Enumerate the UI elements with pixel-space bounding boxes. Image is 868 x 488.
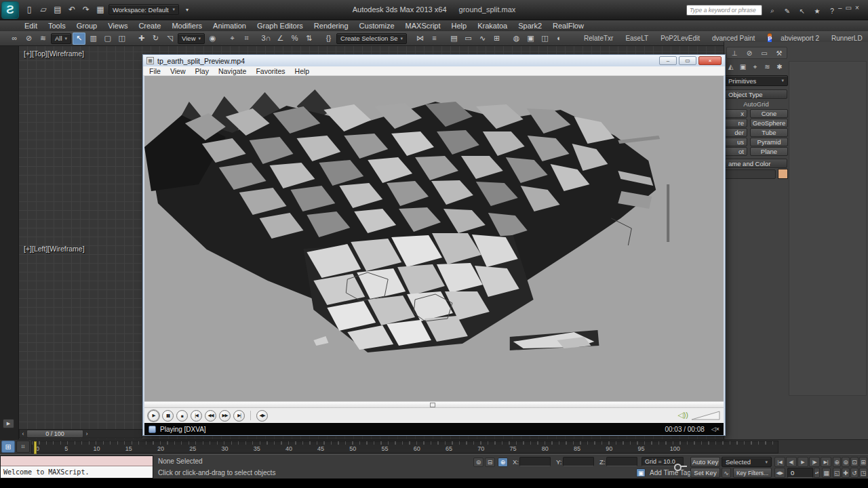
zoom-all-icon[interactable]: ⊚ (842, 457, 850, 467)
percent-snap-icon[interactable]: % (288, 33, 301, 45)
time-tag-icon[interactable]: ▣ (636, 468, 646, 477)
zoom-region-icon[interactable]: ◱ (833, 468, 841, 478)
menu-item-11[interactable]: Help (446, 22, 473, 30)
select-and-link-icon[interactable]: ∞ (8, 33, 21, 45)
menu-item-3[interactable]: Views (102, 22, 133, 30)
track-key-filter-button[interactable]: ⌗ (16, 441, 30, 453)
zoom-extents-icon[interactable]: ⊡ (850, 457, 859, 467)
pan-icon[interactable]: ✚ (842, 468, 850, 478)
current-time-marker[interactable] (34, 441, 37, 454)
reference-coordinate-dropdown[interactable]: View ▾ (178, 33, 205, 44)
name-color-rollout[interactable]: ame and Color (725, 159, 787, 168)
volume-slider[interactable] (691, 411, 721, 420)
unlink-selection-icon[interactable]: ⊘ (22, 33, 35, 45)
time-slider-prev-icon[interactable]: ‹ (20, 430, 26, 438)
object-color-swatch[interactable] (778, 169, 788, 179)
named-selection-set-dropdown[interactable]: Create Selection Se ▾ (336, 33, 407, 44)
communication-icon[interactable]: ✎ (781, 5, 793, 17)
stop-button[interactable]: ■ (176, 410, 188, 422)
object-name-field[interactable] (724, 169, 776, 179)
z-coord-field[interactable] (606, 457, 637, 466)
save-file-icon[interactable]: ▤ (52, 3, 64, 16)
search-input[interactable]: Type a keyword or phrase (686, 5, 762, 16)
speaker-icon[interactable]: ◁)) (677, 411, 688, 420)
next-frame-button[interactable]: |▶ (809, 457, 820, 467)
layer-manager-icon[interactable]: ▤ (448, 33, 460, 45)
orbit-icon[interactable]: ↺ (850, 468, 859, 478)
plugin-button-r-1[interactable]: RunnerLD (825, 35, 868, 42)
plugin-button-0[interactable]: RelateTxr (578, 35, 619, 42)
menu-item-1[interactable]: Tools (43, 22, 71, 30)
category-lights-icon[interactable]: ◭ (725, 62, 736, 72)
viewport-left-label[interactable]: [+][Left][Wireframe] (24, 245, 85, 253)
menu-item-9[interactable]: Customize (354, 22, 400, 30)
frame-spinner[interactable]: ▴▾ (814, 468, 820, 478)
object-type-rollout[interactable]: Object Type (725, 89, 787, 99)
player-menu-item-3[interactable]: Navigate (214, 67, 251, 75)
mirror-icon[interactable]: ⋈ (414, 33, 427, 45)
select-and-scale-icon[interactable]: ◹ (163, 33, 176, 45)
render-setup-icon[interactable]: ▣ (524, 33, 537, 45)
time-slider-next-icon[interactable]: › (83, 430, 90, 438)
player-close-button[interactable]: × (698, 56, 722, 65)
mute-icon[interactable]: ◁× (711, 426, 719, 432)
maxscript-output-row[interactable]: Welcome to MAXScript. (1, 466, 153, 478)
select-and-move-icon[interactable]: ✚ (135, 33, 148, 45)
workspace-icon[interactable]: ▦ (94, 3, 106, 16)
menu-item-2[interactable]: Group (71, 22, 103, 30)
time-slider[interactable]: ‹ 0 / 100 › (19, 429, 142, 439)
snap-toggle-icon[interactable]: 3∩ (260, 33, 273, 45)
curve-editor-icon[interactable]: ∿ (476, 33, 489, 45)
player-menu-item-4[interactable]: Favorites (251, 67, 290, 75)
go-to-end-button[interactable]: ▶| (821, 457, 831, 467)
bind-to-spacewarp-icon[interactable]: ≋ (37, 33, 50, 45)
menu-item-14[interactable]: RealFlow (547, 22, 589, 30)
maximize-viewport-icon[interactable]: ◳ (859, 468, 867, 478)
zoom-icon[interactable]: ⊕ (833, 457, 841, 467)
fast-forward-button[interactable]: ▶▶ (219, 410, 231, 422)
tube-button[interactable]: Tube (750, 128, 788, 137)
pause-button[interactable]: ▮▮ (162, 410, 174, 422)
set-key-button[interactable]: Set Key (690, 468, 720, 478)
time-slider-handle[interactable]: 0 / 100 (26, 430, 83, 438)
player-menu-item-5[interactable]: Help (290, 67, 315, 75)
named-selection-sets-icon[interactable]: {} (322, 33, 335, 45)
key-filters-button[interactable]: Key Filters... (733, 468, 772, 478)
workspace-flyout-icon[interactable]: ▾ (181, 3, 193, 16)
tab-display[interactable]: ▭ (757, 47, 771, 58)
menu-item-12[interactable]: Krakatoa (472, 22, 513, 30)
cursor-icon[interactable]: ↖ (796, 5, 808, 17)
menu-item-6[interactable]: Animation (208, 22, 252, 30)
rendered-frame-window-icon[interactable]: ◫ (538, 33, 551, 45)
tab-utilities[interactable]: ⚒ (772, 47, 786, 58)
menu-item-4[interactable]: Create (133, 22, 166, 30)
y-coord-field[interactable] (563, 457, 594, 466)
plugin-button-r-0[interactable]: abviewport 2 (774, 35, 825, 42)
player-minimize-button[interactable]: – (659, 56, 677, 65)
player-menu-item-1[interactable]: View (165, 67, 191, 75)
plugin-button-3[interactable]: dvanced Paint (706, 35, 761, 42)
pyramid-button[interactable]: Pyramid (750, 138, 788, 146)
selection-region-icon[interactable]: ▢ (101, 33, 114, 45)
window-crossing-icon[interactable]: ◫ (115, 33, 128, 45)
select-and-rotate-icon[interactable]: ↻ (149, 33, 162, 45)
tab-hierarchy[interactable]: ⊥ (728, 47, 741, 58)
key-mode-toggle[interactable]: ◀▶ (774, 468, 785, 478)
menu-item-8[interactable]: Rendering (309, 22, 354, 30)
geosphere-button[interactable]: GeoSphere (750, 119, 788, 127)
ribbon-toggle-icon[interactable]: ▭ (462, 33, 475, 45)
category-systems-icon[interactable]: ✱ (774, 62, 785, 72)
go-to-start-button[interactable]: |◀ (774, 457, 785, 467)
video-frame[interactable] (144, 76, 724, 401)
skip-start-button[interactable]: |◀ (191, 410, 202, 422)
align-icon[interactable]: ≡ (428, 33, 441, 45)
auto-key-button[interactable]: Auto Key (690, 457, 720, 467)
close-button[interactable]: × (855, 4, 859, 12)
x-coord-field[interactable] (519, 457, 551, 466)
timeline-ruler[interactable]: 0510152025303540455055606570758085909510… (31, 441, 778, 453)
default-tangent-icon[interactable]: ∿ (722, 468, 731, 478)
plugin-button-1[interactable]: EaseLT (619, 35, 654, 42)
current-frame-field[interactable]: 0 (787, 468, 813, 478)
autogrid-checkbox[interactable]: AutoGrid (724, 100, 788, 108)
menu-item-0[interactable]: Edit (19, 22, 43, 30)
